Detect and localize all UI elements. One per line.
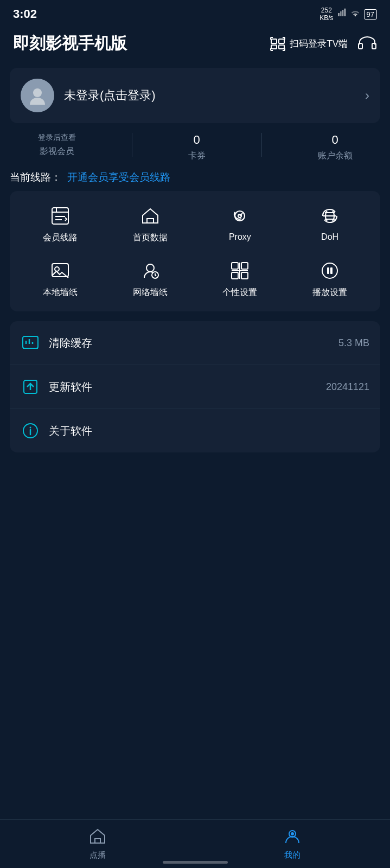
stat-member: 登录后查看 影视会员 bbox=[38, 133, 76, 162]
settings-list: 清除缓存 5.3 MB 更新软件 20241121 关于软件 bbox=[10, 321, 380, 452]
current-line-label: 当前线路： bbox=[10, 171, 61, 183]
app-title: 即刻影视手机版 bbox=[13, 33, 127, 55]
svg-rect-37 bbox=[330, 267, 333, 274]
svg-point-27 bbox=[146, 264, 154, 272]
header: 即刻影视手机版 扫码登录TV端 bbox=[0, 26, 390, 63]
grid-item-proxy[interactable]: Proxy bbox=[195, 204, 285, 244]
grid-item-doh[interactable]: DoH bbox=[285, 204, 375, 244]
member-route-icon bbox=[48, 204, 72, 228]
about-icon bbox=[21, 421, 40, 441]
grid-label-network-wallpaper: 网络墙纸 bbox=[133, 287, 168, 298]
stat-member-label: 影视会员 bbox=[40, 146, 74, 157]
svg-rect-6 bbox=[271, 45, 277, 49]
grid-item-personalize[interactable]: 个性设置 bbox=[195, 259, 285, 298]
cache-icon bbox=[21, 333, 40, 353]
home-nav-icon bbox=[89, 828, 106, 848]
scan-tv-label: 扫码登录TV端 bbox=[290, 37, 348, 50]
svg-rect-32 bbox=[241, 272, 248, 279]
about-label: 关于软件 bbox=[49, 424, 369, 438]
scan-icon bbox=[270, 37, 285, 51]
svg-point-46 bbox=[30, 427, 31, 429]
grid-item-member-route[interactable]: 会员线路 bbox=[15, 204, 105, 244]
doh-icon bbox=[318, 204, 342, 228]
grid-label-local-wallpaper: 本地墙纸 bbox=[43, 287, 78, 298]
grid-label-home-data: 首页数据 bbox=[133, 232, 168, 244]
grid-label-proxy: Proxy bbox=[229, 232, 251, 242]
playback-icon bbox=[318, 259, 342, 283]
update-value: 20241121 bbox=[326, 381, 369, 393]
network-wallpaper-icon bbox=[138, 259, 162, 283]
local-wallpaper-icon bbox=[48, 259, 72, 283]
status-time: 3:02 bbox=[13, 7, 37, 21]
personalize-icon bbox=[228, 259, 252, 283]
svg-rect-48 bbox=[95, 839, 100, 843]
home-data-icon bbox=[138, 204, 162, 228]
grid-row-1: 会员线路 首页数据 Proxy bbox=[10, 196, 380, 251]
stat-coupon: 0 卡券 bbox=[188, 133, 206, 162]
chevron-right-icon: › bbox=[365, 88, 369, 103]
svg-point-18 bbox=[33, 88, 42, 97]
stats-row: 登录后查看 影视会员 0 卡券 0 账户余额 bbox=[10, 133, 380, 162]
grid-label-personalize: 个性设置 bbox=[222, 287, 257, 298]
stat-divider-1 bbox=[132, 133, 132, 157]
nav-item-home[interactable]: 点播 bbox=[0, 828, 195, 860]
nav-item-my[interactable]: 我的 bbox=[195, 828, 391, 860]
update-label: 更新软件 bbox=[49, 380, 326, 394]
status-bar: 3:02 252KB/s 97 bbox=[0, 0, 390, 26]
proxy-icon bbox=[228, 204, 252, 228]
headphone-icon bbox=[357, 35, 377, 51]
signal-icon bbox=[337, 8, 347, 20]
svg-rect-22 bbox=[147, 219, 154, 223]
stat-divider-2 bbox=[261, 133, 262, 157]
avatar bbox=[21, 79, 54, 112]
nav-label-my: 我的 bbox=[284, 850, 301, 860]
svg-rect-7 bbox=[279, 45, 284, 49]
svg-rect-31 bbox=[232, 272, 238, 279]
settings-item-about[interactable]: 关于软件 bbox=[10, 409, 380, 452]
svg-rect-29 bbox=[232, 263, 238, 269]
current-line-link[interactable]: 开通会员享受会员线路 bbox=[67, 171, 170, 183]
cache-value: 5.3 MB bbox=[338, 337, 369, 349]
grid-label-playback: 播放设置 bbox=[312, 287, 347, 298]
header-actions: 扫码登录TV端 bbox=[270, 35, 377, 53]
grid-item-local-wallpaper[interactable]: 本地墙纸 bbox=[15, 259, 105, 298]
wifi-icon bbox=[350, 9, 361, 20]
svg-point-50 bbox=[291, 833, 293, 835]
grid-item-playback[interactable]: 播放设置 bbox=[285, 259, 375, 298]
grid-label-member-route: 会员线路 bbox=[43, 232, 78, 244]
grid-label-doh: DoH bbox=[321, 232, 338, 242]
settings-item-update[interactable]: 更新软件 20241121 bbox=[10, 365, 380, 409]
headphone-button[interactable] bbox=[357, 35, 377, 53]
grid-item-network-wallpaper[interactable]: 网络墙纸 bbox=[105, 259, 195, 298]
settings-item-cache[interactable]: 清除缓存 5.3 MB bbox=[10, 321, 380, 365]
home-indicator bbox=[163, 861, 228, 864]
svg-rect-36 bbox=[327, 267, 329, 274]
stat-member-value: 登录后查看 bbox=[38, 133, 76, 143]
svg-rect-38 bbox=[23, 336, 38, 348]
stat-balance: 0 账户余额 bbox=[318, 133, 353, 162]
current-line: 当前线路： 开通会员享受会员线路 bbox=[10, 170, 380, 184]
stat-balance-value: 0 bbox=[331, 133, 338, 147]
profile-name: 未登录(点击登录) bbox=[64, 87, 365, 104]
nav-label-home: 点播 bbox=[89, 850, 106, 860]
battery-icon: 97 bbox=[364, 9, 377, 20]
profile-row[interactable]: 未登录(点击登录) › bbox=[10, 68, 380, 123]
svg-rect-17 bbox=[372, 43, 376, 49]
stat-coupon-value: 0 bbox=[193, 133, 200, 147]
svg-rect-4 bbox=[271, 39, 277, 43]
stat-balance-label: 账户余额 bbox=[318, 150, 353, 162]
svg-point-26 bbox=[55, 267, 59, 271]
network-speed: 252KB/s bbox=[319, 7, 333, 22]
grid-item-home-data[interactable]: 首页数据 bbox=[105, 204, 195, 244]
my-nav-icon bbox=[284, 828, 301, 848]
grid-row-2: 本地墙纸 网络墙纸 bbox=[10, 251, 380, 306]
stat-coupon-label: 卡券 bbox=[188, 150, 206, 162]
grid-menu: 会员线路 首页数据 Proxy bbox=[10, 191, 380, 311]
update-icon bbox=[21, 377, 40, 397]
svg-point-35 bbox=[322, 263, 337, 278]
svg-rect-30 bbox=[241, 263, 248, 269]
avatar-icon bbox=[27, 85, 48, 106]
status-right: 252KB/s 97 bbox=[319, 7, 377, 22]
svg-rect-16 bbox=[359, 43, 362, 49]
scan-tv-button[interactable]: 扫码登录TV端 bbox=[270, 37, 348, 51]
